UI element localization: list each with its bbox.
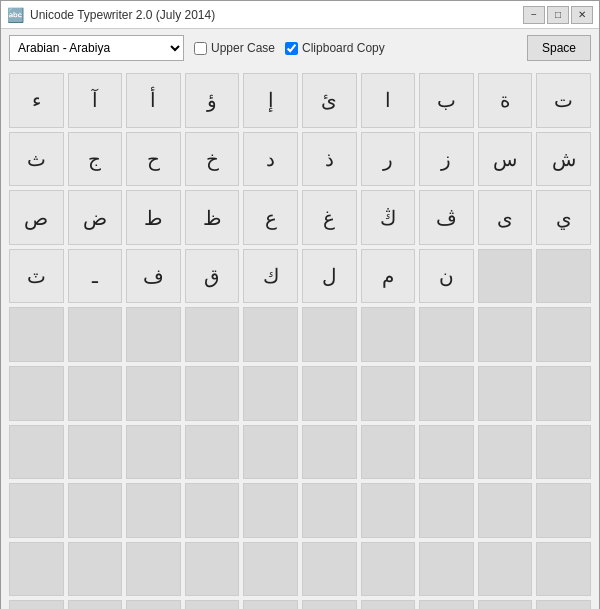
char-cell <box>536 600 591 609</box>
minimize-button[interactable]: − <box>523 6 545 24</box>
window-title: Unicode Typewriter 2.0 (July 2014) <box>30 8 215 22</box>
toolbar: Arabian - ArabiyaLatinGreekCyrillic Uppe… <box>1 29 599 67</box>
char-cell[interactable]: آ <box>68 73 123 128</box>
char-cell[interactable]: ل <box>302 249 357 304</box>
main-window: 🔤 Unicode Typewriter 2.0 (July 2014) − □… <box>0 0 600 609</box>
char-cell[interactable]: ح <box>126 132 181 187</box>
uppercase-label[interactable]: Upper Case <box>211 41 275 55</box>
char-cell[interactable]: ا <box>361 73 416 128</box>
uppercase-checkbox[interactable] <box>194 42 207 55</box>
char-cell[interactable]: ن <box>419 249 474 304</box>
char-cell <box>302 366 357 421</box>
char-cell <box>302 483 357 538</box>
char-cell <box>361 366 416 421</box>
char-cell <box>68 483 123 538</box>
char-cell <box>302 600 357 609</box>
char-cell <box>243 483 298 538</box>
clipboard-checkbox[interactable] <box>285 42 298 55</box>
char-cell <box>9 307 64 362</box>
char-cell[interactable]: ي <box>536 190 591 245</box>
char-cell[interactable]: ق <box>185 249 240 304</box>
char-cell <box>478 249 533 304</box>
char-cell <box>185 600 240 609</box>
char-cell[interactable]: ئ <box>302 73 357 128</box>
char-cell[interactable]: ز <box>419 132 474 187</box>
char-cell <box>478 600 533 609</box>
char-cell[interactable]: ٽ <box>9 249 64 304</box>
close-button[interactable]: ✕ <box>571 6 593 24</box>
char-cell <box>302 542 357 597</box>
char-cell <box>419 542 474 597</box>
char-cell[interactable]: ب <box>419 73 474 128</box>
char-cell <box>9 600 64 609</box>
char-cell <box>68 542 123 597</box>
char-cell[interactable]: ك <box>243 249 298 304</box>
char-cell[interactable]: ص <box>9 190 64 245</box>
char-cell[interactable]: ڤ <box>419 190 474 245</box>
char-cell[interactable]: ر <box>361 132 416 187</box>
char-cell[interactable]: ث <box>9 132 64 187</box>
char-cell <box>419 600 474 609</box>
char-cell <box>419 483 474 538</box>
char-cell <box>126 366 181 421</box>
char-cell <box>536 366 591 421</box>
title-bar-left: 🔤 Unicode Typewriter 2.0 (July 2014) <box>7 7 215 23</box>
char-cell[interactable]: د <box>243 132 298 187</box>
char-cell <box>478 542 533 597</box>
char-cell <box>536 425 591 480</box>
char-cell <box>126 542 181 597</box>
char-cell <box>68 600 123 609</box>
char-cell <box>185 307 240 362</box>
char-cell[interactable]: ض <box>68 190 123 245</box>
character-grid: ءآأؤإئابةتثجحخدذرزسشصضطظعغڭڤىيٽـفقكلمن <box>1 67 599 609</box>
char-cell[interactable]: ج <box>68 132 123 187</box>
char-cell <box>68 307 123 362</box>
char-cell[interactable]: م <box>361 249 416 304</box>
char-cell[interactable]: ـ <box>68 249 123 304</box>
char-cell <box>536 307 591 362</box>
char-cell <box>9 483 64 538</box>
title-bar: 🔤 Unicode Typewriter 2.0 (July 2014) − □… <box>1 1 599 29</box>
char-cell <box>419 425 474 480</box>
char-cell <box>185 366 240 421</box>
char-cell[interactable]: خ <box>185 132 240 187</box>
char-cell[interactable]: ف <box>126 249 181 304</box>
clipboard-label[interactable]: Clipboard Copy <box>302 41 385 55</box>
char-cell[interactable]: ت <box>536 73 591 128</box>
char-cell[interactable]: إ <box>243 73 298 128</box>
char-cell[interactable]: ة <box>478 73 533 128</box>
char-cell <box>419 307 474 362</box>
char-cell[interactable]: ط <box>126 190 181 245</box>
char-cell[interactable]: غ <box>302 190 357 245</box>
char-cell <box>185 542 240 597</box>
char-cell[interactable]: ؤ <box>185 73 240 128</box>
char-cell <box>536 249 591 304</box>
char-cell[interactable]: ء <box>9 73 64 128</box>
char-cell[interactable]: ش <box>536 132 591 187</box>
char-cell[interactable]: أ <box>126 73 181 128</box>
char-cell <box>185 483 240 538</box>
char-cell <box>536 483 591 538</box>
char-cell <box>243 542 298 597</box>
char-cell <box>243 425 298 480</box>
char-cell <box>243 366 298 421</box>
char-cell[interactable]: ڭ <box>361 190 416 245</box>
char-cell <box>478 366 533 421</box>
uppercase-group: Upper Case <box>194 41 275 55</box>
char-cell <box>361 542 416 597</box>
maximize-button[interactable]: □ <box>547 6 569 24</box>
script-dropdown[interactable]: Arabian - ArabiyaLatinGreekCyrillic <box>9 35 184 61</box>
char-cell <box>478 483 533 538</box>
char-cell[interactable]: ع <box>243 190 298 245</box>
char-cell <box>9 542 64 597</box>
char-cell[interactable]: ظ <box>185 190 240 245</box>
space-button[interactable]: Space <box>527 35 591 61</box>
char-cell[interactable]: ى <box>478 190 533 245</box>
char-cell <box>243 307 298 362</box>
char-cell[interactable]: س <box>478 132 533 187</box>
char-cell <box>361 425 416 480</box>
char-cell <box>536 542 591 597</box>
char-cell <box>126 425 181 480</box>
char-cell[interactable]: ذ <box>302 132 357 187</box>
char-cell <box>68 366 123 421</box>
